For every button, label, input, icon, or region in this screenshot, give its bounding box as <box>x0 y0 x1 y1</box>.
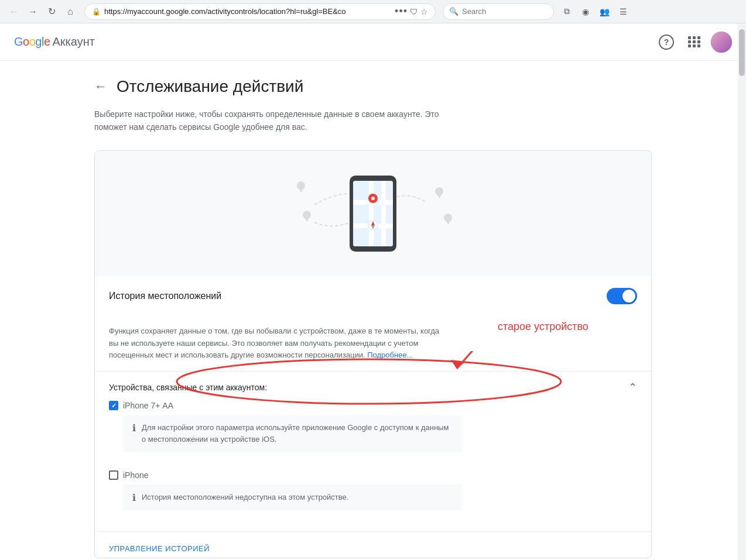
reload-button[interactable]: ↻ <box>45 5 59 19</box>
map-background <box>353 181 393 246</box>
menu-icon[interactable]: ☰ <box>615 4 631 20</box>
manage-history-section: УПРАВЛЕНИЕ ИСТОРИЕЙ <box>95 531 651 558</box>
device-info-box-1: ℹ Для настройки этого параметра использу… <box>123 415 463 452</box>
map-compass <box>367 219 379 233</box>
location-description-area: Функция сохраняет данные о том, где вы п… <box>95 325 651 371</box>
star-icon: ☆ <box>420 7 428 16</box>
page-wrapper: Google Аккаунт ? <box>0 23 746 558</box>
google-logo: Google Аккаунт <box>14 35 95 49</box>
more-icon: ••• <box>395 5 408 18</box>
device-info-text-1: Для настройки этого параметра используйт… <box>142 422 453 445</box>
page-back-button[interactable]: ← <box>94 79 107 94</box>
info-icon-1: ℹ <box>132 422 136 434</box>
address-bar[interactable]: 🔒 https://myaccount.google.com/activityc… <box>84 4 436 20</box>
info-icon-2: ℹ <box>132 492 136 503</box>
search-icon: 🔍 <box>449 7 458 16</box>
page-title: Отслеживание действий <box>117 77 303 96</box>
svg-point-1 <box>371 197 375 200</box>
account-label: Аккаунт <box>53 35 95 49</box>
location-history-toggle[interactable] <box>607 288 637 304</box>
activity-card: История местоположений Функция сохраняет… <box>94 150 652 558</box>
chevron-up-icon: ⌃ <box>628 381 637 394</box>
bookmarks-icon[interactable]: ⧉ <box>559 4 575 20</box>
profile-icon[interactable]: 👥 <box>596 4 612 20</box>
apps-button[interactable] <box>683 30 706 54</box>
header-right: ? <box>655 30 732 54</box>
phone-screen <box>353 181 393 246</box>
lock-icon: 🔒 <box>92 8 101 16</box>
page-description: Выберите настройки ниже, чтобы сохранять… <box>94 108 463 134</box>
device-info-text-2: История местоположений недоступна на это… <box>142 492 348 503</box>
device-row-2: iPhone <box>109 470 637 480</box>
sync-icon[interactable]: ◉ <box>577 4 594 20</box>
help-button[interactable]: ? <box>655 30 678 54</box>
manage-history-link[interactable]: УПРАВЛЕНИЕ ИСТОРИЕЙ <box>109 544 210 553</box>
avatar <box>711 32 732 53</box>
device-item-2: iPhone ℹ История местоположений недоступ… <box>109 463 637 522</box>
toggle-track <box>607 288 637 304</box>
toggle-thumb <box>622 290 635 303</box>
map-location-pin <box>368 194 378 207</box>
google-brand-text: Google <box>14 35 50 49</box>
search-input[interactable] <box>462 7 547 16</box>
location-description: Функция сохраняет данные о том, где вы п… <box>109 325 449 362</box>
device-checkbox-2[interactable] <box>109 470 118 480</box>
browser-right-icons: ⧉ ◉ 👥 ☰ <box>559 4 631 20</box>
url-text: https://myaccount.google.com/activitycon… <box>104 7 391 16</box>
device-name-1: iPhone 7+ АА <box>123 401 173 410</box>
search-bar[interactable]: 🔍 <box>443 4 554 20</box>
page-title-section: ← Отслеживание действий <box>94 61 652 108</box>
device-name-2: iPhone <box>123 470 149 480</box>
scrollbar-track <box>738 23 746 558</box>
forward-button[interactable]: → <box>26 5 40 19</box>
page-header: Google Аккаунт ? <box>0 23 746 61</box>
location-history-section: История местоположений <box>95 276 651 316</box>
phone-illustration <box>285 170 461 257</box>
main-content: ← Отслеживание действий Выберите настрой… <box>80 61 666 558</box>
phone-device <box>350 176 396 252</box>
address-bar-icons: ••• 🛡 ☆ <box>395 5 428 18</box>
location-history-title: История местоположений <box>109 291 221 301</box>
back-button[interactable]: ← <box>7 5 21 19</box>
pocket-icon: 🛡 <box>410 7 418 16</box>
scrollbar-thumb[interactable] <box>739 29 745 76</box>
section-header: История местоположений <box>109 288 637 304</box>
device-item-1: ✓ iPhone 7+ АА ℹ Для настройки этого пар… <box>109 394 637 463</box>
devices-title: Устройства, связанные с этим аккаунтом: <box>109 383 267 392</box>
device-row-1: ✓ iPhone 7+ АА <box>109 401 637 410</box>
avatar-button[interactable] <box>711 32 732 53</box>
browser-chrome: ← → ↻ ⌂ 🔒 https://myaccount.google.com/a… <box>0 0 746 23</box>
help-icon: ? <box>659 35 674 50</box>
device-info-box-2: ℹ История местоположений недоступна на э… <box>123 485 463 510</box>
apps-icon <box>688 36 701 47</box>
illustration-area <box>95 151 651 276</box>
device-checkbox-1[interactable]: ✓ <box>109 401 118 410</box>
devices-section: Устройства, связанные с этим аккаунтом: … <box>95 371 651 531</box>
learn-more-link[interactable]: Подробнее... <box>367 351 413 359</box>
devices-header[interactable]: Устройства, связанные с этим аккаунтом: … <box>109 381 637 394</box>
home-button[interactable]: ⌂ <box>63 5 77 19</box>
